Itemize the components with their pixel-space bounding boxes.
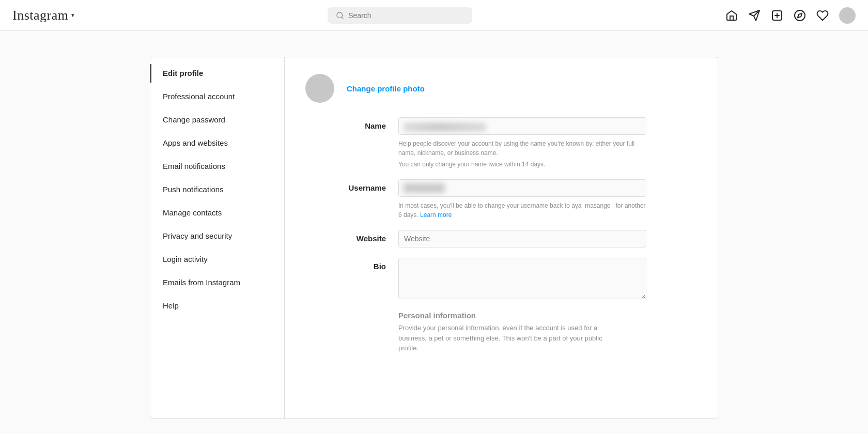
sidebar-item-emails-from-instagram[interactable]: Emails from Instagram <box>150 271 284 294</box>
name-field-container: Help people discover your account by usi… <box>398 117 646 169</box>
sidebar-item-edit-profile[interactable]: Edit profile <box>150 61 284 85</box>
learn-more-link[interactable]: Learn more <box>420 211 452 219</box>
home-icon[interactable] <box>725 9 738 22</box>
sidebar-item-privacy-and-security[interactable]: Privacy and security <box>150 224 284 247</box>
search-icon <box>336 11 344 20</box>
instagram-logo[interactable]: Instagram <box>12 8 68 23</box>
sidebar-item-professional-account[interactable]: Professional account <box>150 85 284 108</box>
logo-chevron-icon[interactable]: ▾ <box>71 12 74 19</box>
bio-field-container <box>398 258 646 301</box>
user-avatar[interactable] <box>839 7 856 24</box>
personal-info-section: Personal information Provide your person… <box>305 311 697 353</box>
username-field-container: In most cases, you'll be able to change … <box>398 179 646 220</box>
explore-icon[interactable] <box>794 9 806 22</box>
name-label: Name <box>305 117 398 130</box>
change-profile-photo-button[interactable]: Change profile photo <box>347 84 425 93</box>
personal-info-content: Personal information Provide your person… <box>398 311 646 353</box>
profile-photo-row: Change profile photo <box>305 74 697 103</box>
website-field-container <box>398 230 646 247</box>
profile-avatar <box>305 74 334 103</box>
sidebar-item-push-notifications[interactable]: Push notifications <box>150 178 284 201</box>
sidebar-item-apps-and-websites[interactable]: Apps and websites <box>150 131 284 154</box>
bio-textarea[interactable] <box>398 258 646 299</box>
name-input[interactable] <box>398 117 646 135</box>
username-field-row: Username In most cases, you'll be able t… <box>305 179 697 220</box>
settings-sidebar: Edit profile Professional account Change… <box>150 57 285 418</box>
username-input[interactable] <box>398 179 646 197</box>
personal-info-description: Provide your personal information, even … <box>398 323 605 353</box>
search-bar[interactable] <box>328 7 472 24</box>
sidebar-item-change-password[interactable]: Change password <box>150 108 284 131</box>
name-hint-2: You can only change your name twice with… <box>398 160 646 169</box>
name-hint-1: Help people discover your account by usi… <box>398 139 646 158</box>
username-label: Username <box>305 179 398 192</box>
personal-info-heading: Personal information <box>398 311 646 320</box>
bio-field-row: Bio <box>305 258 697 301</box>
bio-label: Bio <box>305 258 398 271</box>
sidebar-item-manage-contacts[interactable]: Manage contacts <box>150 201 284 224</box>
username-hint: In most cases, you'll be able to change … <box>398 201 646 220</box>
logo-area: Instagram ▾ <box>12 8 74 23</box>
website-input[interactable] <box>398 230 646 247</box>
website-label: Website <box>305 230 398 243</box>
name-field-row: Name Help people discover your account b… <box>305 117 697 169</box>
website-field-row: Website <box>305 230 697 247</box>
svg-point-7 <box>795 10 805 21</box>
svg-line-1 <box>342 17 343 19</box>
activity-icon[interactable] <box>816 9 829 22</box>
top-navigation: Instagram ▾ <box>0 0 868 31</box>
direct-icon[interactable] <box>748 9 761 22</box>
sidebar-item-login-activity[interactable]: Login activity <box>150 247 284 271</box>
new-post-icon[interactable] <box>771 9 783 22</box>
sidebar-item-help[interactable]: Help <box>150 294 284 317</box>
svg-marker-8 <box>798 13 802 17</box>
personal-info-spacer <box>305 311 398 315</box>
settings-panel: Edit profile Professional account Change… <box>150 57 718 419</box>
edit-profile-form: Change profile photo Name Help people di… <box>285 57 718 418</box>
sidebar-item-email-notifications[interactable]: Email notifications <box>150 154 284 178</box>
search-input[interactable] <box>348 11 464 20</box>
nav-icons <box>725 7 856 24</box>
